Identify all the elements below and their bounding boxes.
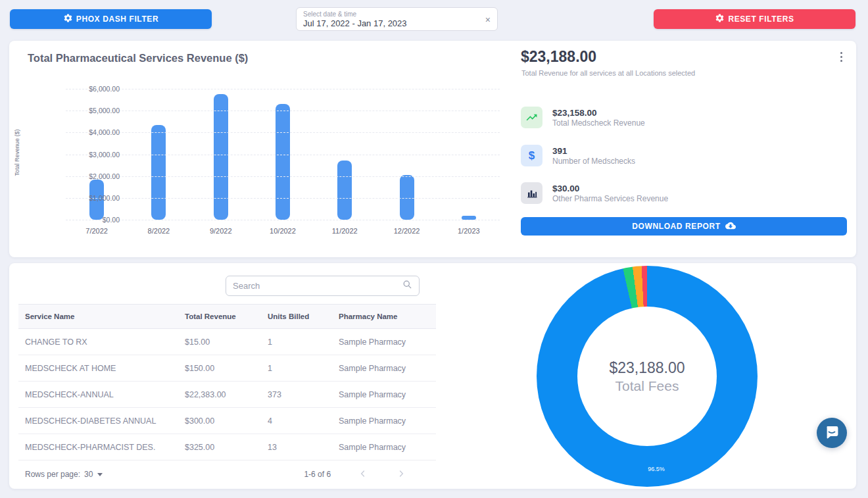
- bar-chart-plot: $0.00$1,000.00$2,000.00$3,000.00$4,000.0…: [66, 89, 500, 220]
- stat-value: $30.00: [552, 183, 668, 194]
- gear-icon: [715, 13, 725, 25]
- y-tick-label: $2,000.00: [67, 172, 120, 180]
- bar-column: [190, 94, 252, 220]
- trend-up-icon: [521, 107, 542, 128]
- table-footer: Rows per page: 30 1-6 of 6: [18, 461, 436, 488]
- gridline: [66, 220, 500, 220]
- stat-other-pharma-revenue: $30.00 Other Pharma Services Revenue: [521, 182, 668, 204]
- date-range-picker[interactable]: Select date & time Jul 17, 2022 - Jan 17…: [296, 7, 498, 31]
- donut-total-label: Total Fees: [615, 378, 679, 394]
- table-row[interactable]: MEDSCHECK AT HOME$150.001Sample Pharmacy: [18, 355, 436, 382]
- bar[interactable]: [214, 94, 228, 220]
- x-axis-label: 11/2022: [314, 227, 375, 235]
- table-cell: 1: [268, 337, 339, 347]
- table-row[interactable]: CHANGE TO RX$15.001Sample Pharmacy: [18, 329, 436, 355]
- reset-filters-label: RESET FILTERS: [728, 14, 794, 24]
- chat-launcher-button[interactable]: [817, 418, 847, 448]
- search-input[interactable]: [233, 281, 402, 291]
- y-axis-title: Total Revenue ($): [14, 123, 20, 182]
- y-tick-label: $4,000.00: [67, 128, 120, 136]
- table-cell: Sample Pharmacy: [339, 443, 436, 452]
- gridline: [66, 132, 500, 133]
- donut-total-value: $23,188.00: [609, 359, 685, 377]
- stat-label: Other Pharma Services Revenue: [552, 194, 668, 204]
- table-row[interactable]: MEDSCHECK-DIABETES ANNUAL$300.004Sample …: [18, 408, 436, 434]
- download-report-label: DOWNLOAD REPORT: [632, 222, 720, 231]
- bar-column: [128, 125, 189, 220]
- bar[interactable]: [276, 104, 290, 220]
- table-cell: $325.00: [185, 443, 268, 452]
- column-header[interactable]: Service Name: [25, 312, 185, 320]
- cloud-download-icon: [725, 220, 736, 233]
- search-box: [226, 276, 420, 296]
- kebab-menu-icon[interactable]: [838, 50, 844, 64]
- gear-icon: [63, 13, 73, 25]
- stat-medscheck-count: $ 391 Number of Medschecks: [521, 145, 635, 166]
- pagination-range: 1-6 of 6: [304, 470, 331, 479]
- table-cell: $15.00: [185, 337, 268, 347]
- y-tick-label: $1,000.00: [67, 194, 120, 202]
- date-range-value: Jul 17, 2022 - Jan 17, 2023: [303, 18, 491, 28]
- rows-per-page-label: Rows per page:: [25, 470, 80, 479]
- download-report-button[interactable]: DOWNLOAD REPORT: [521, 217, 847, 236]
- x-axis-label: 12/2022: [375, 227, 437, 235]
- reset-filters-button[interactable]: RESET FILTERS: [654, 9, 856, 29]
- column-header[interactable]: Pharmacy Name: [339, 312, 436, 320]
- search-icon: [402, 280, 412, 292]
- bar[interactable]: [151, 125, 166, 220]
- stat-value: $23,158.00: [552, 107, 645, 118]
- table-cell: Sample Pharmacy: [339, 390, 436, 399]
- table-cell: MEDSCHECK AT HOME: [25, 364, 185, 373]
- phox-dash-filter-button[interactable]: PHOX DASH FILTER: [10, 9, 212, 29]
- previous-page-icon[interactable]: [357, 468, 369, 482]
- topbar: PHOX DASH FILTER Select date & time Jul …: [0, 0, 868, 38]
- table-cell: $300.00: [185, 416, 268, 426]
- table-cell: 373: [268, 390, 339, 399]
- gridline: [66, 111, 500, 111]
- column-header[interactable]: Total Revenue: [185, 312, 268, 320]
- table-cell: CHANGE TO RX: [25, 337, 185, 347]
- dollar-icon: $: [521, 145, 542, 166]
- x-axis-label: 7/2022: [66, 227, 128, 235]
- table-cell: 4: [268, 416, 339, 426]
- table-cell: Sample Pharmacy: [339, 416, 436, 426]
- y-tick-label: $5,000.00: [67, 107, 120, 114]
- stat-value: 391: [552, 145, 635, 157]
- table-cell: 1: [268, 364, 339, 373]
- table-cell: $150.00: [185, 364, 268, 373]
- donut-center: $23,188.00 Total Fees: [577, 307, 717, 446]
- stat-label: Number of Medschecks: [552, 157, 635, 166]
- x-axis-label: 10/2022: [252, 227, 314, 235]
- table-cell: MEDSCHECK-ANNUAL: [25, 390, 185, 399]
- bar[interactable]: [337, 161, 352, 220]
- rows-per-page-value: 30: [84, 470, 93, 479]
- table-cell: Sample Pharmacy: [339, 364, 436, 373]
- gridline: [66, 176, 500, 177]
- bar-chart-title: Total Pharmaceutical Services Revenue ($…: [28, 52, 248, 64]
- gridline: [66, 198, 500, 199]
- services-card: Service NameTotal RevenueUnits BilledPha…: [9, 263, 856, 489]
- table-row[interactable]: MEDSCHECK-ANNUAL$22,383.00373Sample Phar…: [18, 382, 436, 408]
- table-cell: $22,383.00: [185, 390, 268, 399]
- table-row[interactable]: MEDSCHECK-PHARMACIST DES.$325.0013Sample…: [18, 434, 436, 461]
- stat-medscheck-revenue: $23,158.00 Total Medscheck Revenue: [521, 107, 645, 128]
- x-axis-label: 8/2022: [128, 227, 189, 235]
- y-tick-label: $3,000.00: [67, 151, 120, 159]
- bar-chart-icon: [521, 182, 542, 204]
- table-cell: Sample Pharmacy: [339, 337, 436, 347]
- rows-per-page-select[interactable]: 30: [84, 470, 103, 479]
- table-cell: MEDSCHECK-DIABETES ANNUAL: [25, 416, 185, 426]
- date-clear-icon[interactable]: ×: [485, 14, 491, 26]
- y-tick-label: $0.00: [67, 216, 120, 224]
- bar-column: [252, 104, 314, 220]
- column-header[interactable]: Units Billed: [268, 312, 339, 320]
- x-axis-label: 9/2022: [190, 227, 252, 235]
- total-revenue-subtitle: Total Revenue for all services at all Lo…: [521, 69, 695, 77]
- gridline: [66, 155, 500, 155]
- services-table: Service NameTotal RevenueUnits BilledPha…: [18, 304, 436, 461]
- table-cell: 13: [268, 443, 339, 452]
- next-page-icon[interactable]: [395, 468, 407, 482]
- table-cell: MEDSCHECK-PHARMACIST DES.: [25, 443, 185, 452]
- donut-percent-label: 96.5%: [648, 466, 665, 472]
- x-axis-label: 1/2023: [438, 227, 500, 235]
